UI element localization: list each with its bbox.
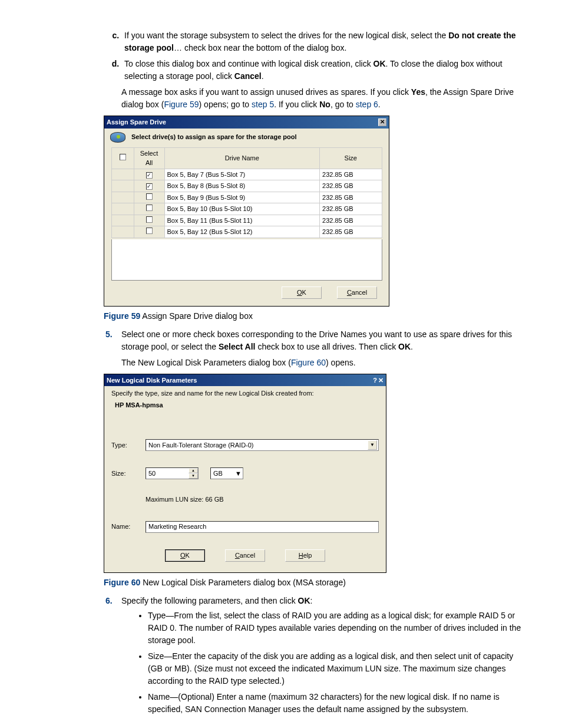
drive-name-cell: Box 5, Bay 10 (Bus 5-Slot 10) (164, 203, 320, 215)
type-label: Type: (111, 440, 146, 450)
bold: OK (373, 59, 386, 68)
max-lun-text: Maximum LUN size: 66 GB (146, 495, 379, 505)
dialog-header: Select drive(s) to assign as spare for t… (104, 129, 389, 146)
row-checkbox[interactable] (146, 205, 153, 211)
size-cell: 232.85 GB (320, 180, 382, 192)
link-figure-60[interactable]: Figure 60 (291, 358, 326, 367)
bullet-size: Size—Enter the capacity of the disk you … (148, 650, 529, 687)
titlebar: New Logical Disk Parameters ? ✕ (104, 374, 386, 387)
row-checkbox[interactable] (146, 216, 153, 223)
spinner-up-icon[interactable]: ▲ (189, 468, 198, 473)
figure-60-caption: Figure 60 New Logical Disk Parameters di… (104, 577, 529, 589)
name-input[interactable]: Marketing Research (146, 521, 379, 533)
item-d: To close this dialog box and continue wi… (121, 58, 529, 83)
size-cell: 232.85 GB (320, 226, 382, 238)
drive-name-cell: Box 5, Bay 8 (Bus 5-Slot 8) (164, 180, 320, 192)
dialog-subtitle: Select drive(s) to assign as spare for t… (131, 132, 297, 142)
ok-button[interactable]: OK (282, 286, 322, 299)
drive-table: Select All Drive Name Size Box 5, Bay 7 … (111, 147, 382, 238)
help-icon[interactable]: ? (373, 375, 377, 386)
help-button[interactable]: Help (285, 549, 325, 562)
table-row: Box 5, Bay 12 (Bus 5-Slot 12)232.85 GB (111, 226, 382, 238)
name-label: Name: (111, 522, 146, 532)
step-5: 5. Select one or more check boxes corres… (104, 328, 529, 369)
titlebar: Assign Spare Drive ✕ (104, 116, 389, 129)
size-cell: 232.85 GB (320, 169, 382, 180)
dialog-title: New Logical Disk Parameters (107, 375, 197, 386)
table-row: Box 5, Bay 8 (Bus 5-Slot 8)232.85 GB (111, 180, 382, 192)
table-row: Box 5, Bay 7 (Bus 5-Slot 7)232.85 GB (111, 169, 382, 180)
col-drive-name: Drive Name (164, 147, 320, 169)
table-row: Box 5, Bay 10 (Bus 5-Slot 10)232.85 GB (111, 203, 382, 215)
step-6: 6. Specify the following parameters, and… (104, 595, 529, 716)
text: . (262, 71, 264, 81)
table-row: Box 5, Bay 11 (Bus 5-Slot 11)232.85 GB (111, 215, 382, 226)
col-size: Size (320, 147, 382, 169)
size-cell: 232.85 GB (320, 203, 382, 215)
unit-select[interactable]: GB ▼ (210, 467, 243, 479)
bold: Cancel (234, 71, 262, 81)
close-icon[interactable]: ✕ (378, 375, 384, 386)
col-blank (111, 147, 134, 169)
drive-name-cell: Box 5, Bay 11 (Bus 5-Slot 11) (164, 215, 320, 226)
cancel-button[interactable]: Cancel (225, 549, 265, 562)
step5-sub: The New Logical Disk Parameters dialog b… (121, 357, 529, 369)
cancel-button[interactable]: Cancel (337, 286, 377, 299)
assign-spare-drive-dialog: Assign Spare Drive ✕ Select drive(s) to … (104, 116, 389, 307)
select-all-checkbox[interactable] (120, 154, 126, 160)
link-step-5[interactable]: step 5 (252, 100, 274, 109)
close-icon[interactable]: ✕ (378, 118, 386, 126)
link-step-6[interactable]: step 6 (356, 100, 378, 109)
text: … check box near the bottom of the dialo… (174, 43, 346, 52)
text: If you want the storage subsystem to sel… (124, 31, 448, 40)
size-cell: 232.85 GB (320, 192, 382, 203)
size-cell: 232.85 GB (320, 215, 382, 226)
table-blank-area (111, 239, 382, 281)
link-figure-59[interactable]: Figure 59 (164, 100, 199, 109)
new-logical-disk-dialog: New Logical Disk Parameters ? ✕ Specify … (104, 374, 386, 573)
ok-button[interactable]: OK (165, 549, 205, 562)
drive-name-cell: Box 5, Bay 12 (Bus 5-Slot 12) (164, 226, 320, 238)
chevron-down-icon[interactable]: ▼ (235, 469, 242, 479)
row-checkbox[interactable] (146, 228, 153, 234)
drive-name-cell: Box 5, Bay 7 (Bus 5-Slot 7) (164, 169, 320, 180)
text: To close this dialog box and continue wi… (124, 59, 373, 68)
disk-icon (110, 132, 125, 143)
size-label: Size: (111, 469, 146, 479)
row-checkbox[interactable] (146, 183, 153, 190)
col-select-all[interactable]: Select All (134, 147, 164, 169)
type-select[interactable]: Non Fault-Tolerant Storage (RAID-0) ▼ (146, 439, 379, 451)
drive-name-cell: Box 5, Bay 9 (Bus 5-Slot 9) (164, 192, 320, 203)
dialog-instruction: Specify the type, size and name for the … (111, 388, 379, 398)
spinner-down-icon[interactable]: ▼ (189, 473, 198, 479)
row-checkbox[interactable] (146, 172, 153, 179)
bullet-name: Name—(Optional) Enter a name (maximum 32… (148, 691, 529, 716)
device-name: HP MSA-hpmsa (115, 400, 379, 410)
bullet-type: Type—From the list, select the class of … (148, 610, 529, 647)
dialog-title: Assign Spare Drive (107, 117, 166, 127)
table-row: Box 5, Bay 9 (Bus 5-Slot 9)232.85 GB (111, 192, 382, 203)
figure-59-caption: Figure 59 Assign Spare Drive dialog box (104, 310, 529, 322)
row-checkbox[interactable] (146, 193, 153, 200)
size-spinner[interactable]: 50 ▲ ▼ (146, 467, 199, 479)
item-c: If you want the storage subsystem to sel… (121, 29, 529, 54)
chevron-down-icon[interactable]: ▼ (368, 440, 377, 450)
message-paragraph: A message box asks if you want to assign… (121, 86, 529, 111)
